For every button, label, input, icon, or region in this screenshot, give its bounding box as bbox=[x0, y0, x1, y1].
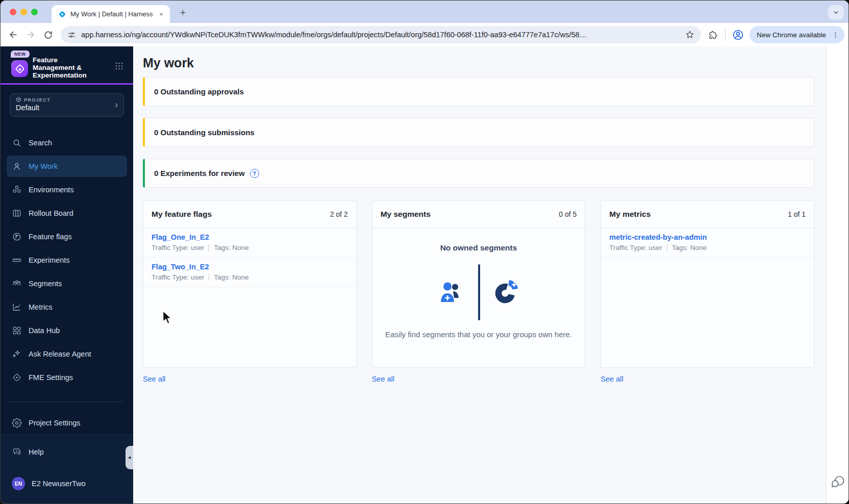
app-area: NEW Feature Management & Experimentation… bbox=[1, 46, 848, 503]
donut-chart-add-icon bbox=[493, 279, 520, 306]
project-name: Default bbox=[16, 104, 118, 112]
outstanding-approvals-banner[interactable]: 0 Outstanding approvals bbox=[143, 77, 814, 106]
main-content: My work 0 Outstanding approvals 0 Outsta… bbox=[133, 46, 826, 503]
summary-cards: My feature flags 2 of 2 Flag_One_In_E2 T… bbox=[143, 200, 814, 368]
zoom-window-button[interactable] bbox=[31, 9, 38, 15]
see-all-links: See all See all See all bbox=[143, 374, 814, 384]
person-add-icon bbox=[437, 281, 465, 304]
see-all-segments-link[interactable]: See all bbox=[372, 375, 394, 383]
kebab-menu-icon[interactable] bbox=[829, 28, 842, 41]
minimize-window-button[interactable] bbox=[20, 9, 27, 15]
forward-button[interactable] bbox=[22, 26, 39, 43]
svg-text:?: ? bbox=[15, 449, 17, 452]
tab-search-button[interactable] bbox=[828, 5, 844, 20]
feature-flag-row: Flag_Two_In_E2 Traffic Type: user Tags: … bbox=[143, 258, 356, 287]
hexagons-icon bbox=[12, 185, 22, 195]
card-count: 0 of 5 bbox=[559, 210, 577, 218]
sidebar-divider bbox=[10, 401, 124, 402]
sidebar-item-feature-flags[interactable]: Feature flags bbox=[7, 226, 127, 247]
sidebar: NEW Feature Management & Experimentation… bbox=[1, 46, 133, 503]
banner-text: 0 Experiments for review bbox=[154, 169, 245, 178]
card-title: My feature flags bbox=[152, 210, 212, 219]
sidebar-nav: Search My Work Environments Rollout Boar… bbox=[1, 132, 133, 388]
module-header: NEW Feature Management & Experimentation bbox=[1, 46, 133, 85]
close-window-button[interactable] bbox=[10, 9, 16, 15]
segments-empty-state: No owned segments bbox=[372, 228, 585, 340]
chrome-update-button[interactable]: New Chrome available bbox=[750, 26, 844, 43]
see-all-metrics-link[interactable]: See all bbox=[601, 375, 623, 383]
card-title: My segments bbox=[381, 210, 431, 219]
project-label: PROJECT bbox=[24, 97, 51, 103]
card-title: My metrics bbox=[609, 210, 651, 219]
back-button[interactable] bbox=[5, 26, 22, 43]
tags: Tags: None bbox=[214, 243, 248, 253]
sidebar-bottom-section: ? Help EN E2 NewuserTwo bbox=[1, 433, 133, 503]
sidebar-item-search[interactable]: Search bbox=[7, 132, 127, 154]
flag-circle-icon bbox=[12, 232, 22, 242]
user-profile-row[interactable]: EN E2 NewuserTwo bbox=[7, 473, 127, 494]
sidebar-item-project-settings[interactable]: Project Settings bbox=[7, 412, 127, 434]
line-chart-icon bbox=[12, 302, 22, 312]
gear-icon bbox=[12, 418, 22, 428]
sidebar-item-fme-settings[interactable]: FME Settings bbox=[7, 367, 127, 388]
window-controls[interactable] bbox=[10, 9, 38, 15]
reload-button[interactable] bbox=[39, 26, 57, 43]
see-all-flags-link[interactable]: See all bbox=[143, 375, 165, 383]
feature-flag-link[interactable]: Flag_Two_In_E2 bbox=[152, 262, 209, 272]
site-settings-icon[interactable] bbox=[67, 31, 76, 39]
tab-close-icon[interactable] bbox=[157, 10, 166, 19]
new-badge: NEW bbox=[11, 51, 30, 58]
my-segments-card: My segments 0 of 5 No owned segments bbox=[372, 200, 586, 368]
feedback-chat-icon[interactable] bbox=[830, 474, 846, 490]
meta-divider bbox=[209, 274, 209, 281]
banner-text: 0 Outstanding submissions bbox=[154, 128, 255, 137]
my-feature-flags-card: My feature flags 2 of 2 Flag_One_In_E2 T… bbox=[143, 200, 357, 368]
people-icon bbox=[12, 279, 22, 289]
module-title: Feature Management & Experimentation bbox=[33, 56, 98, 79]
card-count: 1 of 1 bbox=[788, 210, 806, 218]
split-logo-icon bbox=[12, 372, 22, 383]
sidebar-item-data-hub[interactable]: Data Hub bbox=[7, 320, 127, 341]
extensions-icon[interactable] bbox=[704, 26, 721, 43]
bookmark-star-icon[interactable] bbox=[683, 28, 697, 42]
traffic-type: Traffic Type: user bbox=[152, 243, 204, 253]
segments-empty-illustration bbox=[372, 264, 585, 321]
sidebar-collapse-handle[interactable]: ◀ bbox=[126, 446, 133, 469]
toolbar-divider bbox=[725, 29, 726, 40]
sidebar-item-rollout-board[interactable]: Rollout Board bbox=[7, 203, 127, 224]
meta-divider bbox=[209, 244, 209, 251]
user-avatar: EN bbox=[12, 477, 25, 490]
sidebar-item-help[interactable]: ? Help bbox=[7, 441, 127, 463]
feature-flag-link[interactable]: Flag_One_In_E2 bbox=[152, 232, 209, 242]
experiments-for-review-banner[interactable]: 0 Experiments for review ? bbox=[143, 159, 814, 188]
cube-icon bbox=[16, 97, 21, 103]
tab-strip: My Work | Default | Harness bbox=[1, 1, 848, 23]
metric-link[interactable]: metric-created-by-an-admin bbox=[609, 232, 707, 242]
search-icon bbox=[12, 138, 22, 148]
feature-flag-row: Flag_One_In_E2 Traffic Type: user Tags: … bbox=[143, 228, 356, 258]
illustration-divider bbox=[478, 264, 480, 320]
module-switcher-grid-icon[interactable] bbox=[114, 61, 124, 73]
browser-tab[interactable]: My Work | Default | Harness bbox=[52, 5, 170, 23]
outstanding-submissions-banner[interactable]: 0 Outstanding submissions bbox=[143, 118, 814, 147]
url-bar[interactable]: app.harness.io/ng/account/YWdkwNPiTceDUK… bbox=[61, 26, 701, 43]
metric-row: metric-created-by-an-admin Traffic Type:… bbox=[601, 228, 814, 258]
grid-squares-icon bbox=[12, 325, 22, 336]
sidebar-item-experiments[interactable]: Experiments bbox=[7, 249, 127, 271]
sidebar-item-ask-release-agent[interactable]: Ask Release Agent bbox=[7, 343, 127, 365]
empty-state-description: Easily find segments that you or your gr… bbox=[382, 329, 576, 340]
url-text: app.harness.io/ng/account/YWdkwNPiTceDUK… bbox=[81, 31, 678, 39]
sidebar-item-metrics[interactable]: Metrics bbox=[7, 296, 127, 318]
chrome-update-label: New Chrome available bbox=[757, 31, 826, 39]
sidebar-item-segments[interactable]: Segments bbox=[7, 273, 127, 294]
new-tab-button[interactable] bbox=[177, 7, 188, 18]
tab-title: My Work | Default | Harness bbox=[70, 10, 153, 18]
profile-icon[interactable] bbox=[729, 26, 746, 43]
page-title: My work bbox=[143, 56, 814, 70]
sidebar-item-my-work[interactable]: My Work bbox=[7, 156, 127, 177]
project-selector[interactable]: PROJECT Default › bbox=[10, 93, 124, 117]
sparkles-icon bbox=[12, 349, 22, 359]
sidebar-item-environments[interactable]: Environments bbox=[7, 179, 127, 200]
help-question-icon[interactable]: ? bbox=[250, 169, 259, 178]
browser-window: My Work | Default | Harness app.ha bbox=[0, 0, 849, 504]
